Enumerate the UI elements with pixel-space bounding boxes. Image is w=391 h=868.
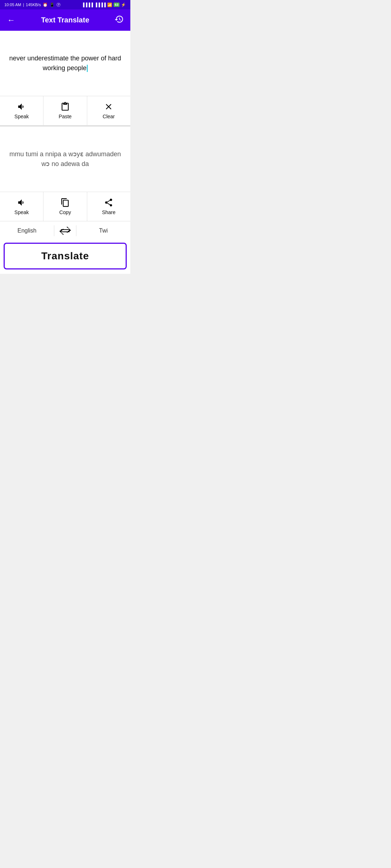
- speak-input-button[interactable]: Speak: [0, 96, 43, 125]
- translate-btn-wrapper: Translate: [0, 240, 130, 274]
- history-button[interactable]: [114, 14, 125, 26]
- input-section: never underestimate the power of hard wo…: [0, 31, 130, 125]
- signal-icon-2: ▐▐▐▐: [94, 3, 106, 7]
- copy-icon: [60, 198, 70, 207]
- speak-output-icon: [17, 198, 26, 207]
- share-output-button[interactable]: Share: [87, 192, 130, 221]
- copy-output-button[interactable]: Copy: [43, 192, 87, 221]
- separator: |: [23, 3, 24, 7]
- app-title: Text Translate: [17, 16, 114, 24]
- history-icon: [114, 14, 124, 24]
- app-bar: ← Text Translate: [0, 9, 130, 31]
- time-label: 10:05 AM: [4, 3, 21, 7]
- share-output-label: Share: [102, 209, 115, 215]
- signal-icon: ▐▐▐▐: [82, 3, 93, 7]
- text-cursor: [87, 65, 88, 72]
- input-text-area[interactable]: never underestimate the power of hard wo…: [0, 31, 130, 96]
- charging-icon: ⚡: [121, 3, 126, 7]
- copy-output-label: Copy: [59, 209, 71, 215]
- speak-output-button[interactable]: Speak: [0, 192, 43, 221]
- app-icon: Ⓟ: [56, 2, 60, 8]
- paste-input-button[interactable]: Paste: [43, 96, 87, 125]
- battery-label: 63: [114, 3, 119, 7]
- paste-input-label: Paste: [59, 114, 72, 119]
- output-section: mmu tumi a nnipa a wɔyɛ adwumaden wɔ no …: [0, 127, 130, 221]
- status-right: ▐▐▐▐ ▐▐▐▐ 📶 63 ⚡: [82, 3, 126, 7]
- source-language-button[interactable]: English: [0, 221, 54, 240]
- language-bar: English Twi: [0, 221, 130, 240]
- target-language-button[interactable]: Twi: [76, 221, 130, 240]
- network-label: 145KB/s: [26, 3, 41, 7]
- whatsapp-icon: 📱: [50, 3, 55, 7]
- alarm-icon: ⏰: [43, 3, 48, 7]
- input-button-row: Speak Paste Clear: [0, 96, 130, 125]
- wifi-icon: 📶: [107, 3, 112, 7]
- main-content: never underestimate the power of hard wo…: [0, 31, 130, 274]
- speak-icon: [17, 102, 26, 111]
- back-button[interactable]: ←: [6, 16, 17, 25]
- share-icon: [104, 198, 113, 207]
- translate-button[interactable]: Translate: [4, 243, 127, 269]
- clear-icon: [104, 102, 113, 111]
- swap-language-button[interactable]: [54, 221, 76, 240]
- clear-input-label: Clear: [103, 114, 115, 119]
- status-bar: 10:05 AM | 145KB/s ⏰ 📱 Ⓟ ▐▐▐▐ ▐▐▐▐ 📶 63 …: [0, 0, 130, 9]
- speak-output-label: Speak: [14, 209, 29, 215]
- status-left: 10:05 AM | 145KB/s ⏰ 📱 Ⓟ: [4, 2, 60, 8]
- source-language-label: English: [17, 227, 36, 234]
- speak-input-label: Speak: [14, 114, 29, 119]
- output-text-area: mmu tumi a nnipa a wɔyɛ adwumaden wɔ no …: [0, 127, 130, 192]
- input-text: never underestimate the power of hard wo…: [6, 54, 125, 73]
- output-text: mmu tumi a nnipa a wɔyɛ adwumaden wɔ no …: [6, 149, 125, 169]
- clear-input-button[interactable]: Clear: [87, 96, 130, 125]
- output-button-row: Speak Copy Share: [0, 192, 130, 221]
- paste-icon: [60, 102, 70, 111]
- target-language-label: Twi: [99, 227, 108, 234]
- swap-icon: [59, 226, 71, 236]
